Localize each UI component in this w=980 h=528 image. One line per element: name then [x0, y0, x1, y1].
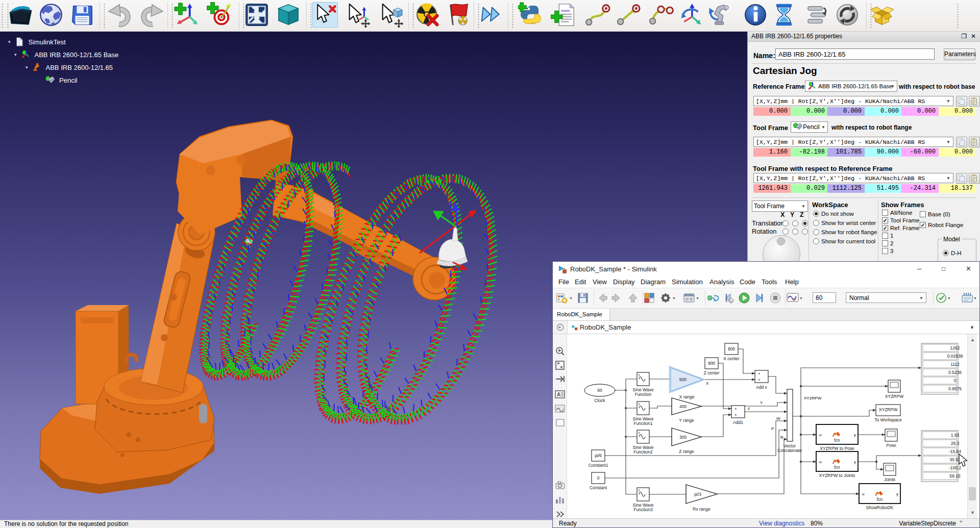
svg-text:ShowRoboDK: ShowRoboDK: [866, 505, 894, 510]
svg-text:500: 500: [679, 377, 687, 382]
svg-text:u: u: [819, 460, 821, 464]
svg-text:XYZRPW to Pose: XYZRPW to Pose: [820, 446, 854, 451]
svg-text:0.02939: 0.02939: [947, 354, 963, 359]
svg-text:XYZRPW to Joints: XYZRPW to Joints: [819, 473, 855, 478]
svg-text:0.5236: 0.5236: [948, 370, 962, 375]
svg-text:W: W: [776, 416, 780, 421]
svg-text:1112: 1112: [950, 362, 960, 367]
svg-text:To Workspace: To Workspace: [874, 417, 902, 422]
svg-text:XYZRPW: XYZRPW: [879, 407, 897, 412]
svg-text:u: u: [819, 433, 821, 437]
svg-text:+: +: [734, 407, 737, 411]
svg-text:X center: X center: [723, 356, 740, 361]
svg-text:Clock: Clock: [594, 398, 605, 403]
svg-text:y: y: [854, 460, 856, 464]
svg-text:300: 300: [679, 435, 687, 440]
svg-text:Joints: Joints: [884, 477, 895, 482]
svg-text:-15.64: -15.64: [949, 449, 961, 454]
svg-text:XYZRPW: XYZRPW: [804, 396, 822, 400]
svg-text:Concatenate: Concatenate: [777, 448, 802, 453]
svg-text:Constant: Constant: [590, 485, 607, 490]
svg-text:X range: X range: [679, 394, 695, 399]
svg-text:Function3: Function3: [633, 507, 653, 512]
svg-text:+: +: [758, 371, 761, 376]
svg-text:Rx range: Rx range: [693, 507, 710, 512]
svg-text:R: R: [780, 435, 783, 440]
svg-text:t: t: [639, 489, 640, 492]
svg-text:pi/3: pi/3: [694, 492, 701, 497]
svg-text:900: 900: [708, 361, 715, 366]
svg-text:0.9675: 0.9675: [948, 386, 962, 391]
svg-text:t: t: [639, 403, 640, 406]
svg-text:t: t: [639, 373, 640, 377]
svg-text:0: 0: [597, 475, 600, 481]
svg-text:1262: 1262: [950, 345, 960, 350]
svg-text:Function: Function: [635, 392, 652, 397]
svg-text:XYZRPW: XYZRPW: [885, 394, 903, 399]
svg-text:1.93: 1.93: [951, 433, 960, 438]
svg-text:Add1: Add1: [733, 420, 743, 425]
svg-text:X: X: [706, 381, 709, 386]
svg-text:+: +: [758, 378, 761, 382]
svg-text:Constant1: Constant1: [589, 463, 608, 468]
svg-text:0: 0: [954, 378, 957, 383]
svg-text:z: z: [748, 406, 750, 411]
svg-text:P: P: [771, 426, 774, 431]
svg-text:Function2: Function2: [633, 449, 653, 455]
svg-text:fcn: fcn: [877, 497, 883, 502]
svg-text:y: y: [896, 492, 898, 496]
svg-text:t: t: [639, 431, 640, 435]
svg-text:Y: Y: [760, 400, 763, 405]
svg-text:Z center: Z center: [703, 370, 719, 375]
svg-text:Y range: Y range: [679, 418, 694, 423]
svg-text:fcn: fcn: [834, 438, 840, 443]
svg-text:u: u: [862, 492, 864, 496]
svg-text:y: y: [854, 433, 856, 437]
svg-text:+: +: [734, 413, 737, 417]
svg-text:pi/6: pi/6: [595, 453, 602, 458]
svg-text:fcn: fcn: [834, 465, 840, 470]
svg-text:Function1: Function1: [633, 421, 653, 426]
svg-text:26.3: 26.3: [951, 441, 960, 446]
svg-text:400: 400: [679, 404, 687, 409]
svg-text:800: 800: [728, 346, 735, 351]
svg-text:-100.2: -100.2: [949, 465, 961, 470]
svg-text:Z range: Z range: [679, 449, 694, 454]
svg-text:59.15: 59.15: [949, 473, 961, 479]
svg-text:60: 60: [597, 388, 602, 393]
svg-text:Pose: Pose: [886, 443, 896, 448]
svg-text:Add x: Add x: [756, 385, 767, 390]
